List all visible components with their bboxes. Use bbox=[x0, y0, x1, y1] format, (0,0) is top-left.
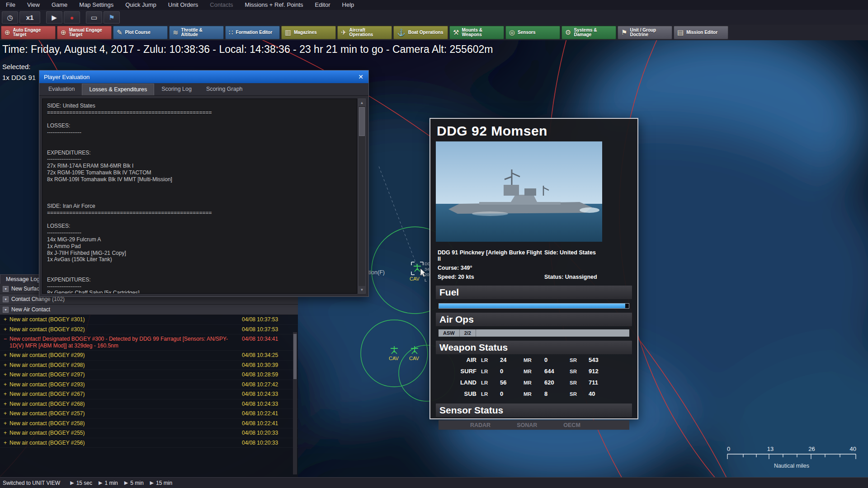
timestep-5min-button[interactable]: ▶ 5 min bbox=[124, 480, 144, 486]
expand-icon[interactable]: + bbox=[4, 430, 9, 436]
expand-icon[interactable]: + bbox=[4, 420, 9, 427]
menu-unit-orders[interactable]: Unit Orders bbox=[162, 0, 204, 10]
svg-text:34: 34 bbox=[425, 267, 429, 272]
collapse-icon[interactable]: ▾ bbox=[3, 296, 9, 302]
message-row[interactable]: + New air contact (BOGEY #297) 04/08 10:… bbox=[0, 370, 298, 380]
menu-editor[interactable]: Editor bbox=[309, 0, 336, 10]
time-compression-button[interactable]: ◷ bbox=[2, 11, 18, 23]
message-row[interactable]: + New air contact (BOGEY #299) 04/08 10:… bbox=[0, 351, 298, 361]
expand-icon[interactable]: + bbox=[4, 362, 9, 368]
magazine-grid-icon: ▥ bbox=[285, 28, 291, 37]
menu-missions-ref-points[interactable]: Missions + Ref. Points bbox=[239, 0, 309, 10]
expand-icon[interactable]: + bbox=[4, 410, 9, 417]
magazines-button[interactable]: ▥ Magazines bbox=[281, 26, 336, 39]
systems-damage-button[interactable]: ⚙ Systems & Damage bbox=[561, 26, 616, 39]
message-text: New air contact (BOGEY #299) bbox=[9, 352, 242, 359]
expand-icon[interactable]: + bbox=[4, 440, 9, 446]
menu-map-settings[interactable]: Map Settings bbox=[73, 0, 119, 10]
scrollbar[interactable] bbox=[293, 332, 297, 474]
play-step-icon: ▶ bbox=[99, 480, 102, 486]
col-lr: LR bbox=[481, 391, 500, 397]
scroll-thumb[interactable] bbox=[359, 107, 365, 136]
message-row[interactable]: + New air contact (BOGEY #256) 04/08 10:… bbox=[0, 438, 298, 448]
speed-multiplier-button[interactable]: x1 bbox=[19, 11, 40, 23]
collapse-icon[interactable]: ▾ bbox=[3, 286, 9, 292]
tab-evaluation[interactable]: Evaluation bbox=[41, 83, 82, 95]
collapse-icon[interactable]: ▾ bbox=[3, 307, 9, 313]
timestep-1min-button[interactable]: ▶ 1 min bbox=[99, 480, 118, 486]
record-button[interactable]: ● bbox=[64, 11, 80, 23]
player-evaluation-window: Player Evaluation ✕ Evaluation Losses & … bbox=[39, 70, 369, 297]
message-row[interactable]: + New air contact (BOGEY #267) 04/08 10:… bbox=[0, 389, 298, 399]
scroll-down-icon[interactable]: ▼ bbox=[359, 286, 365, 293]
scrollbar[interactable]: ▲ ▼ bbox=[358, 99, 366, 294]
menu-view[interactable]: View bbox=[21, 0, 46, 10]
sensors-button[interactable]: ◎ Sensors bbox=[505, 26, 560, 39]
menu-help[interactable]: Help bbox=[336, 0, 360, 10]
expand-icon[interactable]: + bbox=[4, 326, 9, 333]
throttle-altitude-button[interactable]: ≋ Throttle & Altitude bbox=[169, 26, 224, 39]
message-row[interactable]: + New air contact (BOGEY #268) 04/08 10:… bbox=[0, 399, 298, 409]
collapse-minus-icon[interactable]: − bbox=[4, 336, 9, 342]
manual-engage-target-button[interactable]: ⊕ Manual Engage Target bbox=[57, 26, 112, 39]
map-scale: 0 13 26 40 Nautical miles bbox=[727, 446, 856, 469]
tab-scoring-log[interactable]: Scoring Log bbox=[154, 83, 199, 95]
message-row[interactable]: + New air contact (BOGEY #258) 04/08 10:… bbox=[0, 419, 298, 429]
bookmark-button[interactable]: ⚑ bbox=[104, 11, 120, 23]
play-step-icon: ▶ bbox=[70, 480, 74, 486]
expand-icon[interactable]: + bbox=[4, 371, 9, 378]
button-label: Manual Engage Target bbox=[69, 28, 108, 38]
printer-button[interactable]: ▭ bbox=[86, 11, 102, 23]
expand-icon[interactable]: + bbox=[4, 316, 9, 323]
unit-group-doctrine-button[interactable]: ⚑ Unit / Group Doctrine bbox=[618, 26, 672, 39]
col-lr: LR bbox=[481, 357, 500, 363]
aircraft-operations-button[interactable]: ✈ Aircraft Operations bbox=[337, 26, 392, 39]
scroll-thumb[interactable] bbox=[293, 334, 297, 379]
message-time: 04/08 10:37:53 bbox=[242, 316, 290, 323]
expand-icon[interactable]: + bbox=[4, 352, 9, 358]
message-row[interactable]: + New air contact (BOGEY #293) 04/08 10:… bbox=[0, 380, 298, 390]
scroll-up-icon[interactable]: ▲ bbox=[359, 99, 365, 106]
expand-icon[interactable]: + bbox=[4, 391, 9, 397]
tab-losses-expenditures[interactable]: Losses & Expenditures bbox=[82, 84, 154, 95]
group-label: Contact Change (102) bbox=[11, 296, 65, 302]
action-toolbar: ⊕ Auto Engage Target ⊕ Manual Engage Tar… bbox=[0, 25, 868, 40]
button-label: Mission Editor bbox=[686, 30, 725, 35]
sensor-status-section-header: Sensor Status bbox=[436, 404, 632, 417]
message-row[interactable]: + New air contact (BOGEY #257) 04/08 10:… bbox=[0, 409, 298, 419]
status-bar: Switched to UNIT VIEW ▶ 15 sec ▶ 1 min ▶… bbox=[0, 477, 868, 488]
group-new-air-contact[interactable]: ▾ New Air Contact bbox=[0, 305, 298, 315]
expand-icon[interactable]: + bbox=[4, 381, 9, 388]
auto-engage-target-button[interactable]: ⊕ Auto Engage Target bbox=[1, 26, 56, 39]
message-row-alert[interactable]: − New contact! Designated BOGEY #300 - D… bbox=[0, 334, 298, 351]
window-title-bar[interactable]: Player Evaluation ✕ bbox=[39, 70, 368, 83]
play-step-icon: ▶ bbox=[124, 480, 128, 486]
col-mr: MR bbox=[524, 357, 544, 363]
timestep-15sec-button[interactable]: ▶ 15 sec bbox=[70, 480, 92, 486]
button-label: Systems & Damage bbox=[574, 28, 613, 38]
timestep-15min-button[interactable]: ▶ 15 min bbox=[150, 480, 173, 486]
step-label: 1 min bbox=[104, 480, 118, 486]
expand-icon[interactable]: + bbox=[4, 401, 9, 407]
boat-operations-button[interactable]: ⚓ Boat Operations bbox=[393, 26, 448, 39]
message-row[interactable]: + New air contact (BOGEY #302) 04/08 10:… bbox=[0, 325, 298, 335]
message-row[interactable]: + New air contact (BOGEY #255) 04/08 10:… bbox=[0, 428, 298, 438]
tab-scoring-graph[interactable]: Scoring Graph bbox=[199, 83, 250, 95]
message-text: New air contact (BOGEY #302) bbox=[9, 326, 242, 333]
close-icon[interactable]: ✕ bbox=[353, 70, 368, 83]
play-button[interactable]: ▶ bbox=[46, 11, 62, 23]
message-time: 04/08 10:28:59 bbox=[242, 371, 290, 378]
play-icon: ▶ bbox=[52, 14, 57, 22]
menu-quick-jump[interactable]: Quick Jump bbox=[119, 0, 162, 10]
button-label: Magazines bbox=[294, 30, 333, 35]
formation-editor-button[interactable]: ∷ Formation Editor bbox=[225, 26, 280, 39]
mounts-weapons-button[interactable]: ⚒ Mounts & Weapons bbox=[449, 26, 504, 39]
weapon-row: AIR LR 24 MR 0 SR 543 bbox=[436, 354, 632, 366]
plot-course-button[interactable]: ✎ Plot Course bbox=[113, 26, 168, 39]
message-row[interactable]: + New air contact (BOGEY #298) 04/08 10:… bbox=[0, 361, 298, 371]
mission-editor-button[interactable]: ▤ Mission Editor bbox=[674, 26, 728, 39]
menu-game[interactable]: Game bbox=[46, 0, 73, 10]
menu-file[interactable]: File bbox=[0, 0, 21, 10]
message-row[interactable]: + New air contact (BOGEY #301) 04/08 10:… bbox=[0, 315, 298, 325]
window-grid-icon: ▤ bbox=[677, 28, 684, 37]
